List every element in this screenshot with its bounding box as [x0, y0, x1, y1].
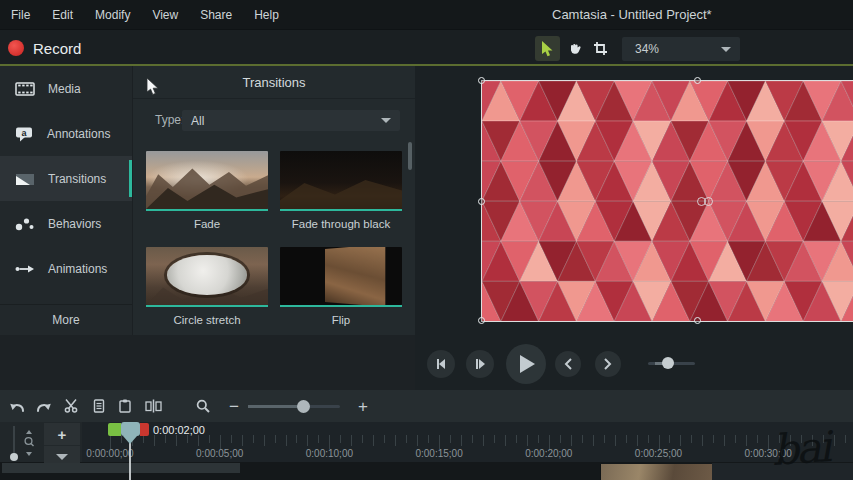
callout-icon: a — [15, 126, 34, 142]
timeline-clip-thumbnail[interactable] — [600, 464, 712, 480]
copy-button[interactable] — [86, 390, 112, 422]
transition-name: Flip — [280, 314, 402, 326]
zoom-in-button[interactable]: + — [350, 390, 376, 422]
transition-thumbnail-flip[interactable] — [280, 247, 402, 305]
header-row: Record 34% — [0, 30, 853, 65]
copy-icon — [92, 399, 106, 413]
ruler-tick — [483, 435, 484, 446]
split-icon — [145, 399, 162, 413]
ruler-tick — [450, 435, 451, 443]
zoom-out-button[interactable]: − — [221, 390, 247, 422]
track-zoom-icon[interactable] — [22, 430, 36, 456]
track-header-strip[interactable] — [2, 463, 240, 473]
selection-handle-top-left[interactable] — [478, 77, 485, 84]
timeline-zoom-slider-handle[interactable] — [297, 400, 310, 413]
record-label: Record — [33, 40, 81, 57]
redo-button[interactable] — [31, 390, 57, 422]
undo-button[interactable] — [4, 390, 30, 422]
record-button[interactable]: Record — [8, 35, 81, 61]
select-tool-button[interactable] — [535, 36, 560, 61]
transition-card-fade[interactable]: Fade — [146, 151, 268, 230]
next-frame-button[interactable] — [466, 350, 494, 378]
undo-icon — [9, 399, 25, 413]
ruler-tick — [154, 435, 155, 446]
paste-button[interactable] — [112, 390, 138, 422]
sidebar-item-transitions[interactable]: Transitions — [0, 156, 132, 201]
transition-card-fade-through-black[interactable]: Fade through black — [280, 151, 402, 230]
selection-handle-mid-left[interactable] — [478, 198, 485, 205]
transition-thumbnail-fade-through-black[interactable] — [280, 151, 402, 209]
ruler-tick — [768, 435, 769, 449]
plus-icon: + — [58, 426, 67, 443]
selection-handle-top-center[interactable] — [694, 77, 701, 84]
chevron-right-icon — [604, 358, 612, 370]
ruler-tick — [362, 435, 363, 443]
ruler-tick — [340, 435, 341, 443]
transition-wipe-icon — [15, 171, 35, 187]
menu-edit[interactable]: Edit — [41, 0, 84, 30]
menu-help[interactable]: Help — [243, 0, 290, 30]
bouncing-dots-icon — [15, 216, 35, 232]
ruler-tick — [461, 435, 462, 446]
jump-back-button[interactable] — [555, 351, 581, 377]
jump-forward-button[interactable] — [595, 351, 621, 377]
ruler-tick — [165, 435, 166, 443]
pan-tool-button[interactable] — [562, 36, 587, 61]
sidebar-item-media[interactable]: Media — [0, 66, 132, 111]
previous-frame-button[interactable] — [427, 350, 455, 378]
canvas-area[interactable] — [415, 66, 853, 390]
arrow-dot-icon — [15, 261, 35, 277]
crop-tool-button[interactable] — [588, 36, 613, 61]
rotate-handle-icon[interactable] — [697, 197, 715, 207]
sidebar-label-annotations: Annotations — [47, 127, 110, 141]
ruler-tick — [242, 435, 243, 446]
ruler-tick — [264, 435, 265, 446]
ruler-tick — [527, 435, 528, 446]
playhead-handle[interactable] — [121, 422, 140, 436]
track-height-slider-handle[interactable] — [10, 453, 18, 461]
play-button[interactable] — [506, 344, 546, 384]
selection-out-handle[interactable] — [140, 423, 149, 436]
menu-share[interactable]: Share — [189, 0, 243, 30]
panel-scrollbar[interactable] — [408, 142, 412, 170]
sidebar-item-animations[interactable]: Animations — [0, 246, 132, 291]
ruler-tick — [143, 435, 144, 443]
ruler-tick — [253, 435, 254, 443]
split-button[interactable] — [140, 390, 166, 422]
menu-view[interactable]: View — [141, 0, 189, 30]
canvas-zoom-dropdown[interactable]: 34% — [622, 37, 740, 61]
transition-type-dropdown[interactable]: All — [182, 110, 400, 131]
transition-thumbnail-circle-stretch[interactable] — [146, 247, 268, 305]
transition-card-circle-stretch[interactable]: Circle stretch — [146, 247, 268, 326]
playback-slider-handle[interactable] — [662, 357, 674, 369]
ruler-tick — [746, 435, 747, 446]
transition-card-flip[interactable]: Flip — [280, 247, 402, 326]
chevron-down-icon — [56, 454, 68, 460]
selection-handle-bottom-center[interactable] — [694, 317, 701, 324]
sidebar-item-annotations[interactable]: a Annotations — [0, 111, 132, 156]
ruler-tick — [812, 435, 813, 446]
timeline-zoom-button[interactable] — [190, 390, 216, 422]
sidebar-more-button[interactable]: More — [0, 304, 132, 335]
ruler-timestamp: 0:00:20;00 — [525, 448, 572, 459]
transition-thumbnail-fade[interactable] — [146, 151, 268, 209]
ruler-timestamp: 0:00:15;00 — [415, 448, 462, 459]
sidebar-item-behaviors[interactable]: Behaviors — [0, 201, 132, 246]
playhead-pointer — [123, 436, 137, 444]
canvas-media[interactable] — [481, 80, 853, 322]
transitions-panel: Transitions Type: All Fade Fade through … — [133, 66, 415, 335]
ruler-tick — [615, 435, 616, 446]
menu-modify[interactable]: Modify — [84, 0, 141, 30]
cut-button[interactable] — [58, 390, 84, 422]
add-track-button[interactable]: + — [44, 423, 80, 445]
ruler-tick — [220, 435, 221, 449]
timeline-zoom-slider-fill — [248, 405, 303, 408]
transitions-panel-title: Transitions — [242, 75, 305, 90]
selection-handle-bottom-left[interactable] — [478, 317, 485, 324]
selection-in-handle[interactable] — [108, 423, 121, 436]
minus-icon: − — [229, 398, 239, 415]
ruler-tick — [318, 435, 319, 443]
magnifier-icon — [196, 399, 210, 413]
ruler-tick — [724, 435, 725, 446]
menu-file[interactable]: File — [0, 0, 41, 30]
